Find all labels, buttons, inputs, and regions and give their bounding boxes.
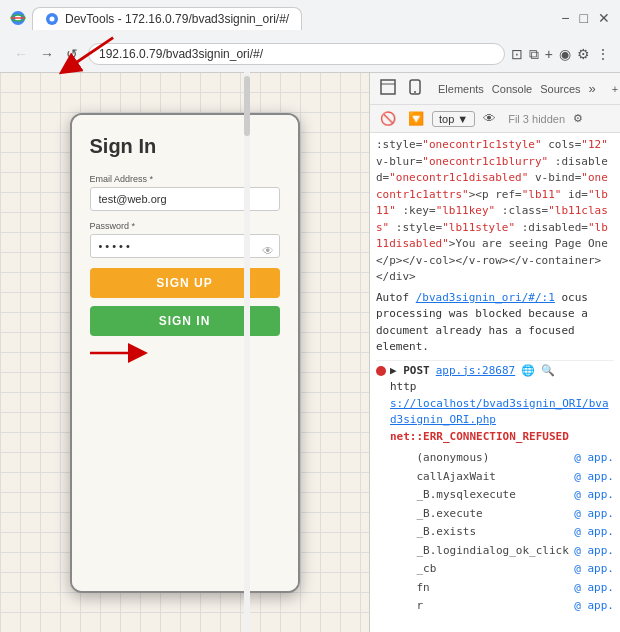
filter-bar: 🚫 🔽 top ▼ 👁 Fil 3 hidden ⚙ bbox=[370, 105, 620, 133]
stack-loc-1[interactable]: @ app. bbox=[574, 469, 614, 486]
nav-buttons: ← → ↺ bbox=[10, 44, 82, 64]
code-block-attrs: :style="onecontr1c1style" cols="12" v-bl… bbox=[376, 137, 614, 286]
network-url: http s://localhost/bvad3signin_ORI/bvad3… bbox=[390, 379, 614, 429]
email-label: Email Address * bbox=[90, 174, 280, 184]
stack-fn-7: fn bbox=[390, 580, 430, 597]
url-text: 192.16.0.79/bvad3signin_ori/#/ bbox=[99, 47, 263, 61]
password-wrap: 👁 bbox=[90, 234, 280, 268]
signin-button[interactable]: SIGN IN bbox=[90, 306, 280, 336]
stack-loc-5[interactable]: @ app. bbox=[574, 543, 614, 560]
webpage-background: Sign In Email Address * Password * 👁 SIG… bbox=[0, 73, 369, 632]
cast-icon[interactable]: ⊡ bbox=[511, 46, 523, 62]
stack-fn-1: callAjaxWait bbox=[390, 469, 496, 486]
phone-content: Sign In Email Address * Password * 👁 SIG… bbox=[72, 115, 298, 591]
network-url-line2[interactable]: s://localhost/bvad3signin_ORI/bvad3signi… bbox=[390, 397, 609, 427]
sources-tab[interactable]: Sources bbox=[540, 83, 580, 95]
stack-loc-4[interactable]: @ app. bbox=[574, 524, 614, 541]
new-tab-icon[interactable]: + bbox=[545, 46, 553, 62]
email-input[interactable] bbox=[90, 187, 280, 211]
globe-icon: 🌐 bbox=[521, 363, 535, 380]
network-entry-content: ▶ POST app.js:28687 🌐 🔍 http s://localho… bbox=[390, 363, 614, 616]
stack-item-4: _B.exists @ app. bbox=[390, 523, 614, 542]
network-url-line1: http bbox=[390, 380, 417, 393]
password-label: Password * bbox=[90, 221, 280, 231]
search-net-icon: 🔍 bbox=[541, 363, 555, 380]
active-tab[interactable]: DevTools - 172.16.0.79/bvad3signin_ori/#… bbox=[32, 7, 302, 30]
stack-item-8: r @ app. bbox=[390, 597, 614, 616]
browser-window: DevTools - 172.16.0.79/bvad3signin_ori/#… bbox=[0, 0, 620, 632]
dropdown-arrow-icon: ▼ bbox=[457, 113, 468, 125]
stack-loc-2[interactable]: @ app. bbox=[574, 487, 614, 504]
stack-fn-6: _cb bbox=[390, 561, 436, 578]
title-bar: DevTools - 172.16.0.79/bvad3signin_ori/#… bbox=[0, 0, 620, 36]
filter-gear-icon[interactable]: ⚙ bbox=[573, 112, 583, 125]
devtools-content[interactable]: :style="onecontr1c1style" cols="12" v-bl… bbox=[370, 133, 620, 632]
elements-tab[interactable]: Elements bbox=[438, 83, 484, 95]
filter-icon[interactable]: 🔽 bbox=[404, 109, 428, 128]
svg-rect-7 bbox=[381, 80, 395, 94]
stack-item-2: _B.mysqlexecute @ app. bbox=[390, 486, 614, 505]
app-js-link[interactable]: app.js:28687 bbox=[436, 363, 515, 380]
stack-item-3: _B.execute @ app. bbox=[390, 505, 614, 524]
minimize-button[interactable]: − bbox=[561, 10, 569, 26]
stack-fn-0: (anonymous) bbox=[390, 450, 489, 467]
stack-item-5: _B.logindialog_ok_click @ app. bbox=[390, 542, 614, 561]
autof-text: Autof bbox=[376, 291, 416, 304]
stack-fn-4: _B.exists bbox=[390, 524, 476, 541]
add-tab-icon[interactable]: + bbox=[612, 83, 618, 95]
autof-link[interactable]: /bvad3signin_ori/#/:1 bbox=[416, 291, 555, 304]
hidden-count: Fil 3 hidden bbox=[508, 113, 565, 125]
extensions-icon[interactable]: ⧉ bbox=[529, 46, 539, 63]
url-input[interactable]: 192.16.0.79/bvad3signin_ori/#/ bbox=[88, 43, 505, 65]
stack-trace: (anonymous) @ app. callAjaxWait @ app. _… bbox=[390, 449, 614, 616]
stack-item-0: (anonymous) @ app. bbox=[390, 449, 614, 468]
webpage-inner: Sign In Email Address * Password * 👁 SIG… bbox=[0, 73, 369, 632]
network-entry-header: ▶ POST app.js:28687 🌐 🔍 bbox=[390, 363, 614, 380]
svg-point-5 bbox=[50, 16, 55, 21]
stack-fn-8: r bbox=[390, 598, 423, 615]
profile-icon[interactable]: ◉ bbox=[559, 46, 571, 62]
top-filter-button[interactable]: top ▼ bbox=[432, 111, 475, 127]
browser-logo-icon bbox=[10, 10, 26, 26]
address-bar: ← → ↺ 192.16.0.79/bvad3signin_ori/#/ ⊡ ⧉… bbox=[0, 36, 620, 72]
close-button[interactable]: ✕ bbox=[598, 10, 610, 26]
back-button[interactable]: ← bbox=[10, 44, 32, 64]
reload-button[interactable]: ↺ bbox=[62, 44, 82, 64]
signin-title: Sign In bbox=[90, 135, 280, 158]
network-post-entry: ▶ POST app.js:28687 🌐 🔍 http s://localho… bbox=[376, 360, 614, 618]
stack-loc-8[interactable]: @ app. bbox=[574, 598, 614, 615]
stack-loc-6[interactable]: @ app. bbox=[574, 561, 614, 578]
window-controls: − □ ✕ bbox=[561, 10, 610, 26]
maximize-button[interactable]: □ bbox=[580, 10, 588, 26]
more-icon[interactable]: ⋮ bbox=[596, 46, 610, 62]
stack-loc-3[interactable]: @ app. bbox=[574, 506, 614, 523]
settings-icon[interactable]: ⚙ bbox=[577, 46, 590, 62]
connection-refused-error: net::ERR_CONNECTION_REFUSED bbox=[390, 429, 614, 446]
eye-icon[interactable]: 👁 bbox=[262, 244, 274, 258]
stack-item-6: _cb @ app. bbox=[390, 560, 614, 579]
stack-loc-7[interactable]: @ app. bbox=[574, 580, 614, 597]
clear-log-icon[interactable]: 🚫 bbox=[376, 109, 400, 128]
post-badge: ▶ POST bbox=[390, 363, 430, 380]
stack-fn-2: _B.mysqlexecute bbox=[390, 487, 516, 504]
eye-filter-icon[interactable]: 👁 bbox=[479, 109, 500, 128]
more-tabs-icon[interactable]: » bbox=[585, 79, 600, 98]
tab-favicon-icon bbox=[45, 12, 59, 26]
devtools-device-icon[interactable] bbox=[404, 77, 426, 100]
signup-button[interactable]: SIGN UP bbox=[90, 268, 280, 298]
phone-frame: Sign In Email Address * Password * 👁 SIG… bbox=[70, 113, 300, 593]
autofocus-message: Autof /bvad3signin_ori/#/:1 ocus process… bbox=[376, 290, 614, 356]
console-tab[interactable]: Console bbox=[492, 83, 532, 95]
stack-item-1: callAjaxWait @ app. bbox=[390, 468, 614, 487]
address-bar-actions: ⊡ ⧉ + ◉ ⚙ ⋮ bbox=[511, 46, 610, 63]
password-input[interactable] bbox=[90, 234, 280, 258]
main-layout: Sign In Email Address * Password * 👁 SIG… bbox=[0, 73, 620, 632]
devtools-inspect-icon[interactable] bbox=[376, 77, 400, 100]
tab-title: DevTools - 172.16.0.79/bvad3signin_ori/#… bbox=[65, 12, 289, 26]
webpage-panel: Sign In Email Address * Password * 👁 SIG… bbox=[0, 73, 370, 632]
devtools-toolbar: Elements Console Sources » + ⚙ ✕ bbox=[370, 73, 620, 105]
stack-fn-3: _B.execute bbox=[390, 506, 483, 523]
forward-button[interactable]: → bbox=[36, 44, 58, 64]
stack-loc-0[interactable]: @ app. bbox=[574, 450, 614, 467]
top-filter-label: top bbox=[439, 113, 454, 125]
